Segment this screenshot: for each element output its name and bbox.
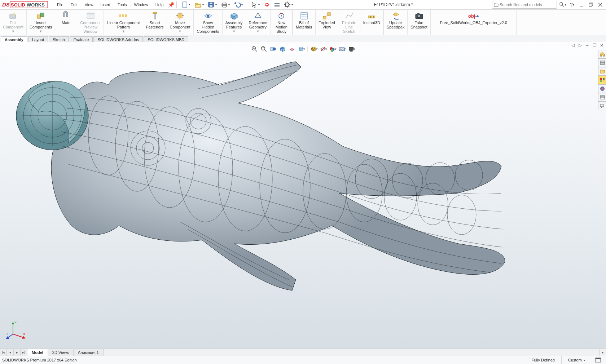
options-button[interactable] <box>272 1 282 9</box>
cmd-smart-fasteners[interactable]: Smart Fasteners <box>143 10 167 35</box>
svg-rect-74 <box>600 78 602 80</box>
command-manager-ribbon: Edit Component ▼ Insert Components ▼ Mat… <box>0 10 606 35</box>
menu-insert[interactable]: Insert <box>97 0 114 9</box>
settings-button[interactable] <box>282 1 295 9</box>
save-button[interactable] <box>206 1 219 9</box>
cmd-assembly-features[interactable]: Assembly Features ▼ <box>223 10 246 35</box>
search-box[interactable] <box>492 1 557 9</box>
cmd-move-component[interactable]: Move Component ▼ <box>167 10 194 35</box>
tab-scroll-icon[interactable]: ▸ <box>599 349 606 356</box>
view-settings-icon[interactable]: ▾ <box>348 45 356 53</box>
cmd-linear-pattern[interactable]: Linear Component Pattern ▼ <box>104 10 143 35</box>
doc-minimize-icon[interactable]: – <box>584 43 590 48</box>
divider <box>176 1 177 8</box>
bottom-tab-model[interactable]: Model <box>27 349 48 356</box>
tab-first-icon[interactable]: |◂ <box>0 349 7 356</box>
minimize-button[interactable] <box>578 1 585 8</box>
status-maximize-icon[interactable] <box>592 356 604 364</box>
chevron-down-icon: ▼ <box>122 30 125 33</box>
menu-window[interactable]: Window <box>131 0 152 9</box>
snapshot-icon <box>414 11 424 21</box>
menu-help[interactable]: Help <box>152 0 167 9</box>
svg-line-110 <box>255 50 257 52</box>
doc-prev-icon[interactable]: ◁ <box>570 43 576 48</box>
rebuild-button[interactable] <box>262 1 272 9</box>
dynamic-view-icon[interactable] <box>288 45 296 53</box>
cmd-show-hidden[interactable]: Show Hidden Components <box>193 10 222 35</box>
doc-close-icon[interactable]: ✕ <box>599 43 605 48</box>
bottom-tab-3dviews[interactable]: 3D Views <box>48 349 74 356</box>
cmd-insert-components[interactable]: Insert Components ▼ <box>27 10 55 35</box>
menu-view[interactable]: View <box>81 0 97 9</box>
doc-next-icon[interactable]: ▷ <box>577 43 583 48</box>
menu-tools[interactable]: Tools <box>114 0 131 9</box>
cmd-exploded-view[interactable]: Exploded View <box>315 10 338 35</box>
zoom-area-icon[interactable] <box>260 45 268 53</box>
taskpane-custom-props-icon[interactable] <box>598 93 606 102</box>
view-orientation-icon[interactable]: ▾ <box>298 45 306 53</box>
doc-restore-icon[interactable]: ❐ <box>592 43 597 48</box>
search-input[interactable] <box>499 2 555 7</box>
svg-line-60 <box>326 15 328 16</box>
move-component-icon <box>175 11 185 21</box>
new-doc-button[interactable] <box>180 1 193 9</box>
open-button[interactable] <box>193 1 206 9</box>
cmd-update-speedpak[interactable]: Update Speedpak <box>383 10 408 35</box>
svg-rect-10 <box>223 2 226 4</box>
cmd-take-snapshot[interactable]: Take Snapshot <box>408 10 430 35</box>
zoom-fit-icon[interactable] <box>251 45 259 53</box>
taskpane-appearances-icon[interactable] <box>598 84 606 93</box>
cmd-obj-exporter[interactable]: obj Free_SolidWorks_OBJ_Exporter_v2.0 <box>431 10 517 35</box>
chevron-down-icon: ▼ <box>12 30 15 33</box>
instant3d-icon <box>367 11 376 21</box>
cmd-new-motion-study[interactable]: New Motion Study <box>270 10 293 35</box>
tab-next-icon[interactable]: ▸ <box>14 349 21 356</box>
cmd-label: Mate <box>62 21 70 25</box>
taskpane-file-explorer-icon[interactable] <box>598 67 606 76</box>
svg-rect-7 <box>210 3 212 4</box>
status-units[interactable]: Custom ▾ <box>561 356 592 364</box>
cmd-reference-geometry[interactable]: Reference Geometry ▼ <box>246 10 271 35</box>
display-style-icon[interactable]: ▾ <box>310 45 318 53</box>
apply-scene-icon[interactable]: ▾ <box>338 45 346 53</box>
cmd-label: Smart Fasteners <box>146 21 164 29</box>
print-button[interactable] <box>219 1 232 9</box>
svg-text:Y: Y <box>14 320 17 324</box>
restore-button[interactable] <box>587 1 594 8</box>
pin-icon[interactable]: 📌 <box>167 2 175 8</box>
edit-component-icon <box>8 11 18 21</box>
hide-show-icon[interactable]: ▾ <box>320 45 328 53</box>
section-view-icon[interactable] <box>279 45 287 53</box>
search-button[interactable]: ▾ <box>559 1 566 8</box>
previous-view-icon[interactable] <box>269 45 277 53</box>
cmd-component-preview: Component Preview Window <box>77 10 104 35</box>
cmd-label: Explode Line Sketch <box>342 21 356 34</box>
taskpane-view-palette-icon[interactable] <box>598 76 606 84</box>
cmd-mate[interactable]: Mate <box>55 10 77 35</box>
svg-point-122 <box>330 49 333 52</box>
menu-bar: DS SOLID WORKS File Edit View Insert Too… <box>0 0 606 10</box>
edit-appearance-icon[interactable]: ▾ <box>329 45 337 53</box>
orientation-triad[interactable]: Y X Z <box>6 318 27 339</box>
close-button[interactable] <box>597 1 604 8</box>
help-button[interactable]: ? ▾ <box>568 1 576 8</box>
graphics-viewport[interactable]: ◁ ▷ – ❐ ✕ <box>0 42 606 349</box>
tab-prev-icon[interactable]: ◂ <box>7 349 14 356</box>
linear-pattern-icon <box>119 11 128 21</box>
taskpane-home-icon[interactable] <box>598 50 606 58</box>
menu-edit[interactable]: Edit <box>67 0 81 9</box>
cmd-instant3d[interactable]: Instant3D <box>360 10 383 35</box>
menu-file[interactable]: File <box>53 0 67 9</box>
svg-rect-138 <box>596 358 601 359</box>
chevron-down-icon: ▼ <box>232 30 236 33</box>
tab-last-icon[interactable]: ▸| <box>21 349 27 356</box>
taskpane-design-library-icon[interactable] <box>598 58 606 67</box>
cmd-bom[interactable]: Bill of Materials <box>293 10 315 35</box>
svg-line-26 <box>285 6 286 7</box>
task-pane <box>598 50 606 110</box>
undo-button[interactable] <box>232 1 245 9</box>
select-button[interactable] <box>249 1 262 9</box>
cmd-label: Instant3D <box>363 21 380 25</box>
bottom-tab-animation[interactable]: Анимация1 <box>74 349 104 356</box>
taskpane-forum-icon[interactable] <box>598 102 606 110</box>
